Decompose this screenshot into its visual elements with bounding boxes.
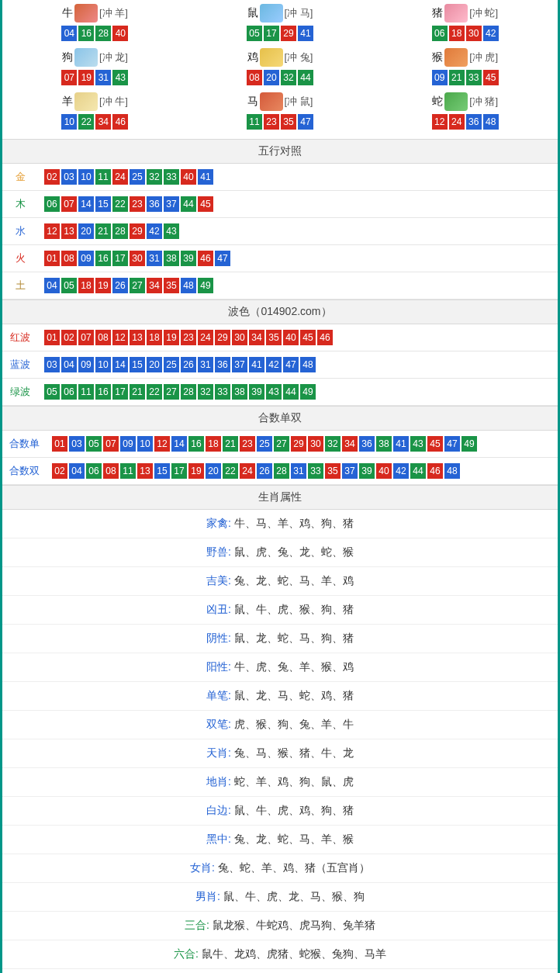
attr-value: 鼠牛、龙鸡、虎猪、蛇猴、兔狗、马羊 [202,947,386,960]
num-37: 37 [342,463,358,479]
num-04: 04 [44,278,60,293]
num-32: 32 [147,169,162,185]
num-35: 35 [325,463,340,479]
attr-value: 蛇、羊、鸡、狗、鼠、虎 [234,775,354,788]
num-25: 25 [130,169,145,185]
num-08: 08 [61,251,77,266]
num-30: 30 [130,251,145,266]
num-02: 02 [44,169,60,185]
num-37: 37 [232,357,247,372]
num-48: 48 [300,357,316,372]
num-38: 38 [232,384,247,400]
zodiac-clash: [冲 虎] [469,50,498,64]
zodiac-icon [444,4,468,23]
zodiac-clash: [冲 羊] [99,6,128,20]
attr-label: 阴性: [206,632,234,644]
zodiac-cell-牛: 牛[冲 羊]04162840 [2,3,188,47]
num-30: 30 [232,330,247,345]
num-08: 08 [247,70,262,85]
attr-value: 鼠、牛、虎、龙、马、猴、狗 [223,890,365,902]
num-36: 36 [147,196,162,212]
num-20: 20 [147,357,162,372]
num-47: 47 [298,114,313,130]
attr-value: 兔、龙、蛇、马、羊、猴 [234,833,354,845]
row-nums: 04051819262734354849 [38,272,558,300]
num-02: 02 [52,463,67,479]
num-13: 13 [61,223,77,239]
num-10: 10 [78,169,94,185]
row-label: 红波 [2,324,38,351]
num-39: 39 [359,463,375,479]
zodiac-name: 猪 [432,6,443,20]
bose-header: 波色（014902.com） [2,300,558,324]
num-27: 27 [164,384,179,400]
num-21: 21 [223,436,238,452]
table-row: 木06071415222336374445 [2,191,558,218]
attr-label: 三合: [185,919,213,931]
zodiac-icon [260,48,283,67]
num-49: 49 [461,436,477,452]
num-48: 48 [483,114,499,130]
attr-value: 兔、马、猴、猪、牛、龙 [234,746,354,759]
num-44: 44 [410,463,426,479]
zodiac-name: 鼠 [247,6,258,20]
num-14: 14 [112,357,128,372]
num-18: 18 [206,436,221,452]
num-19: 19 [188,463,204,479]
num-38: 38 [376,436,392,452]
num-08: 08 [95,330,111,345]
num-07: 07 [78,330,94,345]
num-22: 22 [147,384,162,400]
zodiac-name: 马 [247,95,258,109]
table-row: 土04051819262734354849 [2,272,558,300]
num-11: 11 [247,114,262,130]
zodiac-nums: 06183042 [372,26,558,41]
row-nums: 02031011242532334041 [38,164,558,191]
zodiac-icon [260,4,283,23]
attr-row: 吉美: 兔、龙、蛇、马、羊、鸡 [2,567,558,596]
attr-row: 黑中: 兔、龙、蛇、马、羊、猴 [2,826,558,854]
zodiac-icon [444,92,468,111]
wuxing-header: 五行对照 [2,139,558,164]
row-label: 合数双 [2,458,46,485]
num-18: 18 [147,330,162,345]
num-04: 04 [61,357,77,372]
attr-value: 鼠、龙、马、蛇、鸡、猪 [234,689,354,701]
row-label: 火 [2,245,38,272]
zodiac-cell-鸡: 鸡[冲 兔]08203244 [188,47,373,92]
row-label: 水 [2,218,38,245]
num-12: 12 [112,330,128,345]
num-16: 16 [95,251,111,266]
num-46: 46 [427,463,443,479]
num-41: 41 [393,436,409,452]
num-34: 34 [249,330,264,345]
num-19: 19 [164,330,179,345]
zodiac-cell-马: 马[冲 鼠]11233547 [188,92,373,136]
num-44: 44 [283,384,299,400]
num-34: 34 [342,436,358,452]
num-34: 34 [147,278,162,293]
num-23: 23 [264,114,279,130]
num-27: 27 [130,278,145,293]
num-45: 45 [483,70,499,85]
num-21: 21 [449,70,465,85]
num-12: 12 [44,223,60,239]
attr-value: 鼠、虎、兔、龙、蛇、猴 [234,545,354,558]
zodiac-clash: [冲 鼠] [285,95,313,109]
num-14: 14 [78,196,94,212]
zodiac-cell-羊: 羊[冲 牛]10223446 [2,92,188,136]
attr-label: 野兽: [206,545,234,558]
zodiac-nums: 07193143 [2,70,188,85]
zodiac-clash: [冲 兔] [285,50,313,64]
num-23: 23 [181,330,196,345]
num-28: 28 [112,223,128,239]
num-16: 16 [95,384,111,400]
attrs-list: 家禽: 牛、马、羊、鸡、狗、猪野兽: 鼠、虎、兔、龙、蛇、猴吉美: 兔、龙、蛇、… [2,510,558,969]
num-24: 24 [198,330,213,345]
num-22: 22 [223,463,238,479]
table-row: 水1213202128294243 [2,218,558,245]
attr-row: 野兽: 鼠、虎、兔、龙、蛇、猴 [2,538,558,567]
num-30: 30 [308,436,323,452]
table-row: 蓝波03040910141520252631363741424748 [2,351,558,379]
num-17: 17 [112,251,128,266]
